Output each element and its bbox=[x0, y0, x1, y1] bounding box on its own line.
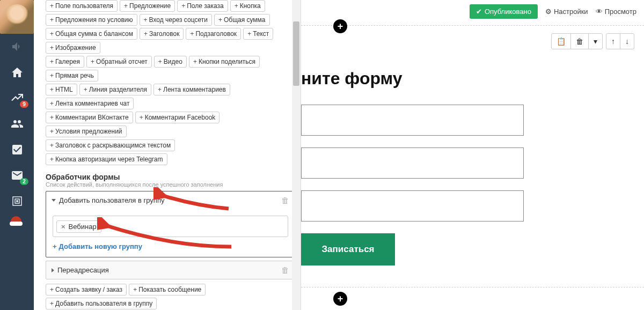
block-tag-2[interactable]: + Лента комментариев bbox=[153, 84, 230, 95]
plus-icon: + bbox=[50, 72, 54, 79]
add-block-bottom[interactable]: + bbox=[333, 292, 347, 306]
growth-icon[interactable]: 9 bbox=[0, 85, 34, 111]
safe-icon[interactable] bbox=[0, 188, 34, 214]
mail-badge: 2 bbox=[20, 178, 28, 185]
block-tag-1[interactable]: + Предложение bbox=[120, 0, 175, 12]
block-tag-4[interactable]: + Прямая речь bbox=[46, 70, 98, 82]
published-button[interactable]: ✔ Опубликовано bbox=[470, 4, 538, 19]
users-icon[interactable] bbox=[0, 111, 34, 137]
chip-remove-icon[interactable]: × bbox=[61, 223, 65, 231]
more-button[interactable]: ▾ bbox=[589, 34, 602, 49]
chat-icon[interactable] bbox=[0, 214, 34, 240]
svg-point-0 bbox=[16, 200, 18, 202]
block-tag-0[interactable]: + Комментарии ВКонтакте bbox=[46, 112, 133, 123]
form-input-1[interactable] bbox=[301, 105, 524, 136]
trash-icon[interactable]: 🗑 bbox=[281, 265, 289, 275]
add-new-group-link[interactable]: + Добавить новую группу bbox=[53, 242, 142, 250]
group-chip-input[interactable]: × Вебинар bbox=[53, 216, 288, 237]
move-down-button[interactable]: ↓ bbox=[620, 34, 634, 49]
add-block-top[interactable]: + bbox=[333, 19, 347, 33]
plus-icon: + bbox=[50, 142, 54, 149]
scrollbar-thumb[interactable] bbox=[293, 21, 299, 86]
user-avatar[interactable] bbox=[0, 0, 34, 34]
handler-add-group-label: Добавить пользователя в группу bbox=[59, 196, 164, 204]
tasks-icon[interactable] bbox=[0, 137, 34, 163]
plus-icon: + bbox=[50, 2, 54, 10]
form-handler-title: Обработчик формы bbox=[46, 173, 295, 181]
plus-icon: + bbox=[124, 2, 128, 10]
group-chip[interactable]: × Вебинар bbox=[56, 220, 101, 233]
block-tag-0[interactable]: + Общая сумма с балансом bbox=[46, 28, 137, 40]
plus-icon: + bbox=[50, 58, 54, 65]
block-tag-3[interactable]: + Кнопки поделиться bbox=[189, 56, 260, 68]
plus-icon: + bbox=[50, 286, 54, 293]
chevron-right-icon bbox=[52, 268, 54, 272]
scrollbar[interactable] bbox=[292, 0, 301, 310]
plus-icon: + bbox=[50, 16, 54, 24]
block-tag-2[interactable]: + Подзаголовок bbox=[186, 28, 241, 40]
plus-icon: + bbox=[50, 100, 54, 107]
handler-redirect: Переадресация 🗑 bbox=[46, 261, 295, 279]
block-tag-2[interactable]: + Видео bbox=[154, 56, 187, 68]
plus-icon: + bbox=[218, 16, 222, 24]
form-preview: ните форму Записаться bbox=[301, 69, 644, 287]
preview-link[interactable]: 👁 Просмотр bbox=[596, 8, 636, 16]
block-tag-4[interactable]: + Изображение bbox=[46, 42, 100, 54]
block-tag-0[interactable]: + Заголовок с раскрывающимся текстом bbox=[46, 139, 175, 151]
block-tag-0[interactable]: + Галерея bbox=[46, 56, 84, 68]
chip-label: Вебинар bbox=[69, 223, 97, 231]
sound-icon[interactable] bbox=[0, 34, 34, 60]
mail-icon[interactable]: 2 bbox=[0, 163, 34, 188]
santa-hat-icon bbox=[10, 219, 25, 234]
plus-icon: + bbox=[235, 2, 238, 10]
plus-icon: + bbox=[158, 58, 162, 65]
chevron-down-icon bbox=[52, 199, 56, 202]
action-tag-0[interactable]: + Создать заявку / заказ bbox=[46, 284, 127, 296]
plus-icon: + bbox=[84, 86, 87, 93]
settings-link[interactable]: ⚙ Настройки bbox=[545, 8, 588, 16]
block-tag-3[interactable]: + Лента комментариев чат bbox=[46, 98, 134, 109]
preview-panel: ✔ Опубликовано ⚙ Настройки 👁 Просмотр + … bbox=[301, 0, 644, 310]
form-input-3[interactable] bbox=[301, 190, 524, 222]
block-tag-0[interactable]: + HTML bbox=[46, 84, 77, 95]
trash-icon[interactable]: 🗑 bbox=[281, 196, 289, 205]
delete-button[interactable]: 🗑 bbox=[571, 34, 589, 49]
block-tag-1[interactable]: + Заголовок bbox=[140, 28, 184, 40]
block-tag-2[interactable]: + Поле заказа bbox=[177, 0, 228, 12]
plus-icon: + bbox=[144, 16, 148, 24]
plus-icon: + bbox=[133, 286, 137, 293]
block-tag-1[interactable]: + Комментарии Facebook bbox=[135, 112, 220, 123]
plus-icon: + bbox=[50, 30, 54, 38]
submit-button[interactable]: Записаться bbox=[301, 233, 395, 265]
plus-icon: + bbox=[181, 2, 185, 10]
block-tag-1[interactable]: + Кнопка авторизации через Telegram bbox=[46, 153, 167, 165]
block-tag-2[interactable]: + Общая сумма bbox=[214, 14, 270, 26]
block-tag-2[interactable]: + Условия предложений bbox=[46, 126, 127, 137]
left-sidebar: 9 2 bbox=[0, 0, 34, 310]
topbar: ✔ Опубликовано ⚙ Настройки 👁 Просмотр bbox=[301, 0, 644, 26]
dashed-divider bbox=[301, 287, 644, 287]
plus-icon: + bbox=[50, 44, 54, 51]
check-icon: ✔ bbox=[476, 8, 482, 16]
move-up-button[interactable]: ↑ bbox=[606, 34, 620, 49]
block-tag-1[interactable]: + Линия разделителя bbox=[79, 84, 151, 95]
block-tag-3[interactable]: + Текст bbox=[243, 28, 273, 40]
handler-header-redirect[interactable]: Переадресация 🗑 bbox=[46, 261, 295, 279]
handler-add-to-group: Добавить пользователя в группу 🗑 × Вебин… bbox=[46, 191, 295, 257]
form-title: ните форму bbox=[301, 69, 644, 88]
copy-button[interactable]: 📋 bbox=[552, 34, 571, 49]
gear-icon: ⚙ bbox=[545, 8, 552, 16]
block-tag-0[interactable]: + Предложения по условию bbox=[46, 14, 137, 26]
plus-icon: + bbox=[140, 114, 143, 121]
action-tag-2[interactable]: + Добавить пользователя в группу bbox=[46, 298, 157, 309]
plus-icon: + bbox=[247, 30, 251, 38]
action-tag-1[interactable]: + Показать сообщение bbox=[129, 284, 206, 296]
block-tag-1[interactable]: + Вход через соцсети bbox=[140, 14, 212, 26]
handler-header-add-group[interactable]: Добавить пользователя в группу 🗑 bbox=[46, 191, 295, 209]
config-panel: + Поле пользователя+ Предложение+ Поле з… bbox=[34, 0, 301, 310]
form-input-2[interactable] bbox=[301, 147, 524, 179]
home-icon[interactable] bbox=[0, 60, 34, 85]
block-tag-3[interactable]: + Кнопка bbox=[230, 0, 265, 12]
block-tag-1[interactable]: + Обратный отсчет bbox=[86, 56, 152, 68]
block-tag-0[interactable]: + Поле пользователя bbox=[46, 0, 118, 12]
